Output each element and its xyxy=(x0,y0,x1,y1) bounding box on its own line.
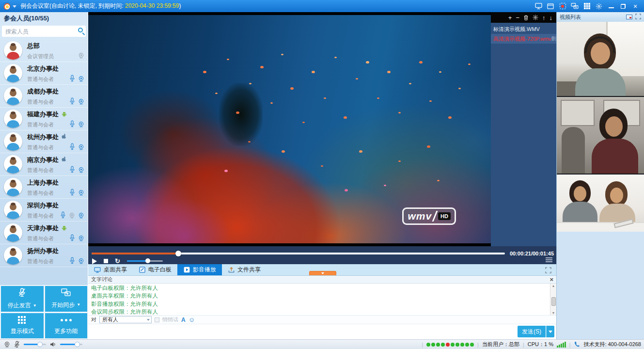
chat-collapse-handle[interactable] xyxy=(309,271,336,275)
display-mode-icon[interactable] xyxy=(583,2,591,10)
webcam-icon[interactable] xyxy=(78,98,84,107)
window-share-icon[interactable] xyxy=(547,2,554,10)
avatar xyxy=(4,155,22,174)
whisper-checkbox[interactable] xyxy=(155,317,159,322)
avatar xyxy=(4,246,22,265)
tab-whiteboard[interactable]: 电子白板 xyxy=(133,264,177,275)
participant-row[interactable]: 福建办事处 普通与会者 xyxy=(0,108,88,130)
participant-row[interactable]: 扬州办事处 普通与会者 xyxy=(0,244,88,267)
font-color-icon[interactable]: A xyxy=(181,317,186,323)
participant-row[interactable]: 北京办事处 普通与会者 xyxy=(0,62,88,85)
recipient-select[interactable]: 所有人 xyxy=(99,316,152,323)
video-monitor-icon[interactable] xyxy=(626,15,632,19)
chat-scrollbar[interactable]: ▲ ▼ xyxy=(550,284,556,316)
add-media-icon[interactable]: + xyxy=(508,15,512,21)
video-feed-3[interactable] xyxy=(557,174,644,232)
playlist-item[interactable]: 标清演示视频.WMV xyxy=(491,24,556,34)
playlist-item[interactable]: 高清演示视频-720P.wmv 删除 xyxy=(491,34,556,44)
mic-icon[interactable] xyxy=(69,75,75,84)
tab-file-share[interactable]: 文件共享 xyxy=(222,264,267,275)
playlist-toolbar: + − ↑ ↓ xyxy=(491,12,556,23)
tab-media-playback[interactable]: 影音播放 xyxy=(177,264,222,275)
participant-row[interactable]: 杭州办事处 普通与会者 xyxy=(0,130,88,153)
playlist-toggle-icon[interactable] xyxy=(546,257,552,262)
close-button[interactable]: × xyxy=(631,2,639,10)
seek-thumb[interactable] xyxy=(175,251,181,256)
settings-gear-icon[interactable] xyxy=(595,2,603,10)
participant-row[interactable]: 上海办事处 普通与会者 xyxy=(0,176,88,199)
video-feed-2[interactable] xyxy=(557,97,644,174)
mic-icon[interactable] xyxy=(69,120,75,129)
webcam-icon[interactable] xyxy=(78,235,84,243)
mic-icon[interactable] xyxy=(60,211,66,221)
video-playback-area[interactable]: wmv HD xyxy=(88,12,491,246)
android-icon xyxy=(61,110,67,119)
volume-thumb[interactable] xyxy=(145,258,150,263)
fullscreen-icon[interactable] xyxy=(545,267,551,275)
minimize-button[interactable] xyxy=(607,2,615,10)
mic-muted-icon[interactable] xyxy=(14,341,20,348)
webcam-icon[interactable] xyxy=(78,143,84,152)
webcam-icon[interactable] xyxy=(78,166,84,175)
expand-panel-icon[interactable] xyxy=(635,13,641,21)
stop-speaking-button[interactable]: 停止发言▼ xyxy=(1,286,44,312)
speaker-volume-slider[interactable] xyxy=(60,344,82,345)
webcam-gray-icon[interactable] xyxy=(78,52,84,61)
video-feed-1[interactable] xyxy=(557,22,644,97)
restore-button[interactable] xyxy=(619,2,627,10)
participant-row[interactable]: 深圳办事处 普通与会者 xyxy=(0,199,88,222)
speaker-icon[interactable] xyxy=(50,342,56,347)
app-logo-icon[interactable] xyxy=(3,2,10,10)
display-mode-button[interactable]: 显示模式 xyxy=(1,313,44,339)
move-up-icon[interactable]: ↑ xyxy=(542,15,546,21)
desktop-share-icon[interactable] xyxy=(534,2,542,10)
participant-row[interactable]: 天津办事处 普通与会者 xyxy=(0,222,88,244)
mic-icon[interactable] xyxy=(69,257,75,266)
webcam-icon[interactable] xyxy=(78,75,84,84)
chat-message-input[interactable] xyxy=(88,324,556,339)
avatar xyxy=(4,178,22,196)
webcam-icon[interactable] xyxy=(78,257,84,266)
webcam-status-icon[interactable] xyxy=(4,341,10,348)
play-button[interactable] xyxy=(92,258,97,264)
search-input[interactable] xyxy=(2,26,86,37)
stop-button[interactable] xyxy=(104,259,108,263)
webcam-icon[interactable] xyxy=(78,121,84,129)
trash-icon[interactable] xyxy=(523,15,529,21)
scroll-down-icon[interactable]: ▼ xyxy=(550,311,556,316)
sync-screens-icon[interactable] xyxy=(571,2,579,10)
participant-row[interactable]: 南京办事处 普通与会者 xyxy=(0,153,88,176)
participant-row[interactable]: 总部 会议管理员 xyxy=(0,39,88,62)
replay-icon[interactable]: ↻ xyxy=(115,258,120,264)
mic-icon[interactable] xyxy=(69,189,75,198)
mic-icon[interactable] xyxy=(69,234,75,243)
more-features-button[interactable]: 更多功能 xyxy=(45,313,88,339)
tab-desktop-share[interactable]: 桌面共享 xyxy=(88,264,133,275)
mic-volume-slider[interactable] xyxy=(24,344,46,345)
action-button-grid: 停止发言▼ 开始同步▼ 显示模式 更多功能 xyxy=(0,285,88,339)
remove-media-icon[interactable]: − xyxy=(516,15,519,21)
webcam-icon[interactable] xyxy=(78,189,84,198)
record-icon[interactable] xyxy=(559,2,566,10)
seek-bar[interactable] xyxy=(92,253,505,254)
mic-icon[interactable] xyxy=(69,143,75,152)
volume-slider[interactable] xyxy=(127,260,163,262)
avatar xyxy=(4,87,22,105)
participant-row[interactable]: 成都办事处 普通与会者 xyxy=(0,85,88,108)
move-down-icon[interactable]: ↓ xyxy=(550,15,553,21)
send-button[interactable]: 发送(S) xyxy=(518,326,546,337)
webcam-icon[interactable] xyxy=(78,212,84,221)
send-options-dropdown[interactable] xyxy=(546,326,554,337)
mic-icon[interactable] xyxy=(69,97,75,107)
scrollbar-thumb[interactable] xyxy=(551,297,556,306)
playlist-settings-icon[interactable] xyxy=(533,15,538,20)
search-icon[interactable] xyxy=(78,28,83,32)
scroll-up-icon[interactable]: ▲ xyxy=(550,284,556,288)
mic-icon[interactable] xyxy=(69,166,75,175)
webcam-gray-icon[interactable] xyxy=(69,212,75,221)
start-sync-button[interactable]: 开始同步▼ xyxy=(45,286,88,312)
chat-close-icon[interactable]: × xyxy=(550,276,553,283)
participant-role: 普通与会者 xyxy=(27,76,54,83)
emoji-icon[interactable]: ☺ xyxy=(188,317,195,323)
app-menu-caret-icon[interactable] xyxy=(13,5,16,8)
